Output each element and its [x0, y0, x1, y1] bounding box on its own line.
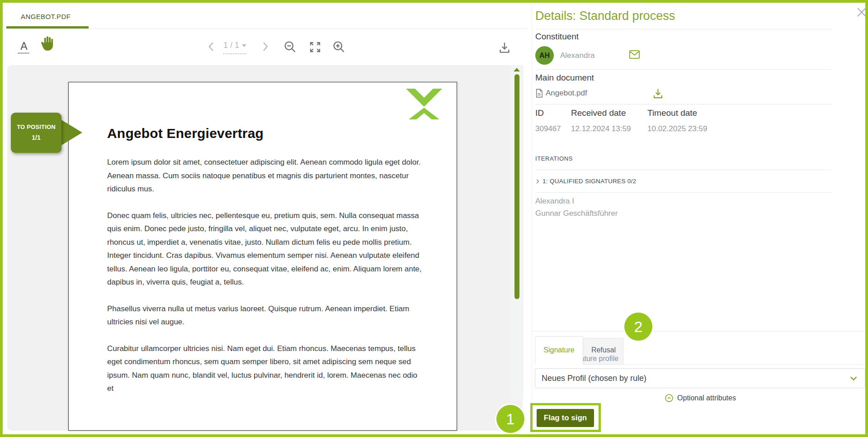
avatar: AH	[535, 46, 554, 65]
text-tool-underline	[18, 52, 29, 54]
zoom-out-icon	[283, 40, 297, 54]
optional-attributes-label: Optional attributes	[677, 394, 736, 402]
envelope-icon	[628, 49, 641, 60]
download-main-document-button[interactable]	[651, 86, 665, 102]
page-indicator-dropdown[interactable]: 1 / 1	[223, 41, 246, 54]
received-date-value: 12.12.2024 13:59	[571, 124, 631, 133]
iteration-group-label: 1: QUALIFIED SIGNATURES 0/2	[542, 178, 636, 185]
id-label: ID	[535, 108, 544, 118]
company-logo	[406, 89, 442, 119]
iteration-group-toggle[interactable]: 1: QUALIFIED SIGNATURES 0/2	[534, 178, 636, 185]
previous-page-button[interactable]	[207, 41, 216, 54]
zoom-in-icon	[332, 40, 346, 54]
pdf-document-body: Lorem ipsum dolor sit amet, consectetuer…	[107, 156, 424, 408]
scroll-up-arrow[interactable]	[514, 68, 520, 71]
pdf-paragraph: Curabitur ullamcorper ultricies nisi. Na…	[107, 342, 424, 395]
next-page-button[interactable]	[260, 41, 269, 54]
pdf-paragraph: Lorem ipsum dolor sit amet, consectetuer…	[107, 156, 424, 196]
constituent-heading: Constituent	[535, 32, 579, 42]
download-icon	[497, 40, 512, 55]
close-button[interactable]	[856, 6, 868, 20]
screenshot-frame: ANGEBOT.PDF A 1 / 1 Angebot Energievert	[0, 0, 868, 437]
annotation-badge-2: 2	[624, 313, 652, 341]
constituent-name: Alexandra	[560, 51, 595, 60]
document-tab[interactable]: ANGEBOT.PDF	[21, 13, 71, 20]
caret-down-icon	[242, 44, 246, 47]
circled-chevron-up-icon	[665, 394, 674, 403]
timeout-date-label: Timeout date	[647, 108, 697, 118]
divider	[535, 192, 831, 193]
download-document-button[interactable]	[497, 40, 512, 57]
pdf-document-title: Angebot Energievertrag	[107, 126, 264, 141]
received-date-label: Received date	[571, 108, 626, 118]
pdf-page: Angebot Energievertrag Lorem ipsum dolor…	[68, 82, 457, 431]
optional-attributes-toggle[interactable]: Optional attributes	[532, 394, 868, 403]
chevron-left-icon	[207, 41, 216, 52]
viewer-scrollbar-thumb[interactable]	[514, 74, 519, 299]
main-document-heading: Main document	[535, 73, 594, 83]
divider	[535, 104, 831, 104]
zoom-in-button[interactable]	[332, 40, 346, 56]
signature-profile-value: Neues Profil (chosen by rule)	[542, 374, 849, 383]
timeout-date-value: 10.02.2025 23:59	[647, 124, 707, 133]
zoom-out-button[interactable]	[283, 40, 297, 56]
chevron-right-icon	[260, 41, 269, 52]
tab-signature[interactable]: Signature	[535, 336, 583, 365]
fullscreen-icon	[308, 40, 322, 54]
to-position-label: TO POSITION	[11, 124, 61, 130]
text-tool-button[interactable]: A	[17, 37, 31, 55]
pan-tool-button[interactable]	[40, 35, 54, 53]
send-email-button[interactable]	[628, 49, 641, 62]
signer-name: Alexandra I	[535, 197, 574, 206]
to-position-arrow	[61, 120, 82, 145]
download-icon	[651, 86, 665, 100]
to-position-count: 1/1	[11, 134, 61, 141]
page-indicator-value: 1 / 1	[223, 41, 239, 50]
chevron-right-icon	[534, 178, 541, 185]
details-panel: Details: Standard process Constituent AH…	[532, 5, 868, 437]
annotation-badge-1: 1	[496, 405, 524, 433]
iterations-heading: ITERATIONS	[535, 155, 573, 162]
signature-profile-select[interactable]: Neues Profil (chosen by rule)	[535, 368, 865, 388]
id-value: 309467	[535, 124, 561, 133]
divider	[535, 29, 831, 29]
details-title: Details: Standard process	[535, 9, 675, 23]
to-position-marker[interactable]: TO POSITION 1/1	[11, 113, 61, 153]
fit-to-screen-button[interactable]	[308, 40, 322, 55]
tab-baseline	[623, 364, 867, 365]
pdf-paragraph: Phasellus viverra nulla ut metus varius …	[107, 302, 424, 329]
tabbar-divider	[5, 28, 527, 29]
flag-to-sign-button[interactable]: Flag to sign	[537, 409, 594, 427]
signer-name: Gunnar Geschäftsführer	[535, 209, 618, 218]
text-tool-icon: A	[20, 40, 27, 52]
main-document-link[interactable]: Angebot.pdf	[535, 89, 587, 98]
hand-icon	[40, 35, 54, 52]
main-document-filename: Angebot.pdf	[546, 89, 587, 98]
divider	[535, 170, 831, 170]
divider	[532, 331, 868, 332]
chevron-down-icon	[849, 373, 859, 383]
divider	[535, 69, 831, 70]
pdf-paragraph: Donec quam felis, ultricies nec, pellent…	[107, 209, 424, 289]
pdf-file-icon	[535, 89, 543, 98]
close-icon	[856, 6, 868, 18]
